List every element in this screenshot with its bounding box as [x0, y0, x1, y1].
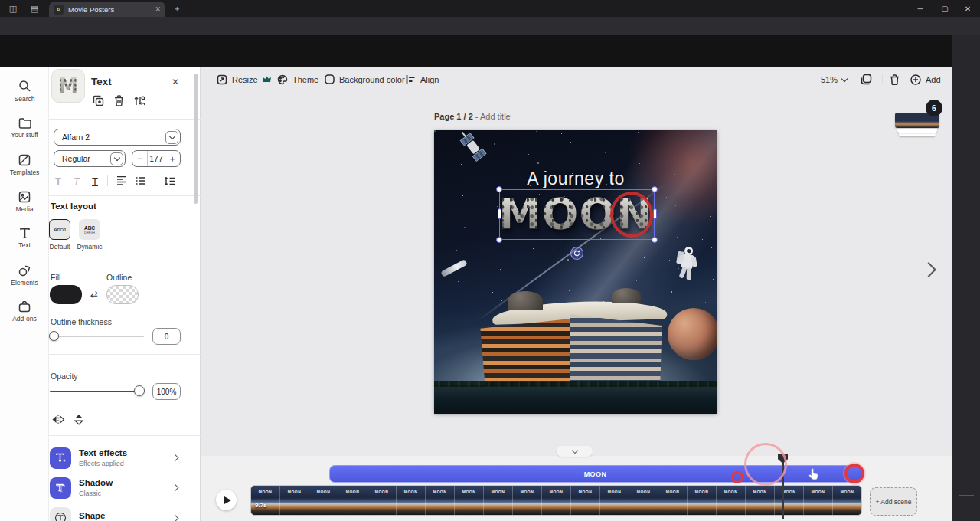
- background-color-button[interactable]: Background color: [325, 74, 405, 85]
- sidebar-item-add-ons[interactable]: Add-ons: [0, 294, 49, 329]
- font-size-value[interactable]: 177: [147, 151, 165, 166]
- filmstrip-frame[interactable]: MOON: [600, 486, 629, 515]
- add-scene-button[interactable]: + Add scene: [870, 487, 917, 516]
- list-icon[interactable]: [136, 175, 146, 187]
- arrange-icon[interactable]: [132, 94, 145, 107]
- selection-handle[interactable]: [652, 186, 658, 192]
- text-effects-row[interactable]: Text effects Effects applied: [49, 447, 194, 471]
- filmstrip[interactable]: MOONMOONMOONMOONMOONMOONMOONMOONMOONMOON…: [250, 485, 862, 516]
- new-tab-icon[interactable]: ＋: [170, 2, 184, 15]
- underline-toggle[interactable]: T: [89, 175, 101, 187]
- filmstrip-frame[interactable]: MOON: [571, 486, 600, 515]
- filmstrip-frame[interactable]: MOON: [280, 486, 309, 515]
- filmstrip-frame[interactable]: MOON: [746, 486, 775, 515]
- selection-handle[interactable]: [496, 186, 502, 192]
- browser-tab[interactable]: A Movie Posters ✕: [49, 2, 165, 17]
- bold-toggle[interactable]: T: [52, 175, 64, 187]
- filmstrip-frame[interactable]: MOON: [513, 486, 542, 515]
- rotate-handle[interactable]: [570, 247, 583, 260]
- filmstrip-frame[interactable]: MOON: [484, 486, 513, 515]
- text-align-icon[interactable]: [116, 175, 127, 187]
- zoom-value: 51%: [821, 75, 838, 84]
- decrease-size-button[interactable]: −: [132, 151, 147, 166]
- shadow-icon: [50, 477, 71, 499]
- window-minimize-icon[interactable]: ─: [910, 0, 931, 17]
- filmstrip-frame[interactable]: MOON: [397, 486, 426, 515]
- timeline-collapse-tab[interactable]: [557, 446, 593, 457]
- sidebar-item-text[interactable]: Text: [0, 221, 49, 256]
- filmstrip-frame[interactable]: MOON: [804, 486, 833, 515]
- selection-side-handle[interactable]: [498, 208, 501, 219]
- shadow-row[interactable]: Shadow Classic: [49, 477, 194, 501]
- panel-close-icon[interactable]: ✕: [169, 76, 181, 88]
- observatory-dome: [612, 288, 641, 303]
- filmstrip-frame[interactable]: MOON: [426, 486, 455, 515]
- outline-thickness-value[interactable]: 0: [152, 328, 181, 345]
- opacity-value[interactable]: 100%: [152, 383, 181, 400]
- pages-view-icon[interactable]: [861, 74, 872, 85]
- window-maximize-icon[interactable]: ▢: [934, 0, 956, 17]
- resize-icon: [217, 74, 227, 85]
- panel-scrollbar[interactable]: [194, 74, 198, 204]
- sidebar-item-search[interactable]: Search: [0, 74, 49, 109]
- tab-actions-icon[interactable]: ▤: [28, 2, 41, 15]
- poster-page[interactable]: A journey to MOON: [434, 130, 717, 414]
- text-clip-bar[interactable]: MOON: [329, 465, 861, 483]
- shape-row[interactable]: Shape: [49, 506, 194, 521]
- flip-vertical-icon[interactable]: [72, 413, 86, 425]
- align-icon: [406, 74, 416, 84]
- filmstrip-frame[interactable]: MOON: [658, 486, 688, 515]
- flip-horizontal-icon[interactable]: [51, 413, 66, 425]
- selection-side-handle[interactable]: [653, 208, 657, 219]
- play-button[interactable]: [216, 490, 237, 510]
- playhead-line[interactable]: [782, 457, 784, 519]
- workspaces-icon[interactable]: ◫: [6, 2, 20, 15]
- window-close-icon[interactable]: ✕: [957, 0, 978, 17]
- font-family-dropdown[interactable]: Alfarn 2: [54, 129, 181, 146]
- selection-handle[interactable]: [496, 237, 502, 243]
- folder-icon: [18, 117, 31, 129]
- filmstrip-frame[interactable]: MOON: [688, 486, 717, 515]
- outline-swatch[interactable]: [106, 285, 139, 304]
- delete-page-icon[interactable]: [890, 74, 900, 85]
- ground-treeline: [434, 385, 717, 414]
- filmstrip-frame[interactable]: MOON: [717, 486, 746, 515]
- filmstrip-frame[interactable]: MOON: [542, 486, 571, 515]
- layout-default-button[interactable]: Abcd: [49, 219, 70, 240]
- filmstrip-frame[interactable]: MOON: [338, 486, 368, 515]
- filmstrip-frame[interactable]: MOON: [629, 486, 658, 515]
- add-page-button[interactable]: Add: [910, 74, 941, 85]
- outline-thickness-slider-thumb[interactable]: [49, 331, 59, 341]
- line-spacing-icon[interactable]: [164, 175, 175, 187]
- delete-icon[interactable]: [113, 94, 126, 107]
- italic-toggle[interactable]: T: [70, 175, 83, 187]
- swap-fill-outline-icon[interactable]: ⇄: [87, 288, 101, 300]
- font-weight-dropdown[interactable]: Regular: [54, 150, 126, 167]
- filmstrip-frame[interactable]: MOON: [775, 486, 804, 515]
- resize-button[interactable]: Resize: [217, 74, 271, 85]
- align-button[interactable]: Align: [406, 74, 439, 85]
- text-selection-box[interactable]: [499, 189, 655, 240]
- filmstrip-frame[interactable]: MOON: [309, 486, 338, 515]
- theme-button[interactable]: Theme: [277, 74, 318, 85]
- filmstrip-frame[interactable]: MOON: [251, 486, 280, 515]
- sidebar-item-media[interactable]: Media: [0, 184, 49, 219]
- layout-dynamic-button[interactable]: ABC DEFGH: [79, 219, 100, 240]
- sidebar-item-your-stuff[interactable]: Your stuff: [0, 110, 49, 146]
- sidebar-item-elements[interactable]: Elements: [0, 257, 49, 293]
- shape-icon: [50, 507, 71, 521]
- zoom-control[interactable]: 51%: [821, 74, 847, 85]
- sidebar-item-templates[interactable]: Templates: [0, 147, 49, 182]
- tab-close-icon[interactable]: ✕: [155, 5, 161, 13]
- fill-swatch[interactable]: [50, 285, 82, 304]
- filmstrip-frame[interactable]: MOON: [368, 486, 397, 515]
- poster-tagline-text[interactable]: A journey to: [434, 169, 717, 189]
- filmstrip-frame[interactable]: MOON: [455, 486, 484, 515]
- filmstrip-frame[interactable]: MOON: [833, 486, 862, 515]
- outline-thickness-slider[interactable]: [50, 336, 144, 337]
- opacity-slider-thumb[interactable]: [134, 385, 145, 396]
- duplicate-icon[interactable]: [92, 94, 105, 107]
- opacity-slider[interactable]: [50, 391, 142, 392]
- increase-size-button[interactable]: ＋: [165, 151, 180, 166]
- selection-handle[interactable]: [652, 237, 658, 243]
